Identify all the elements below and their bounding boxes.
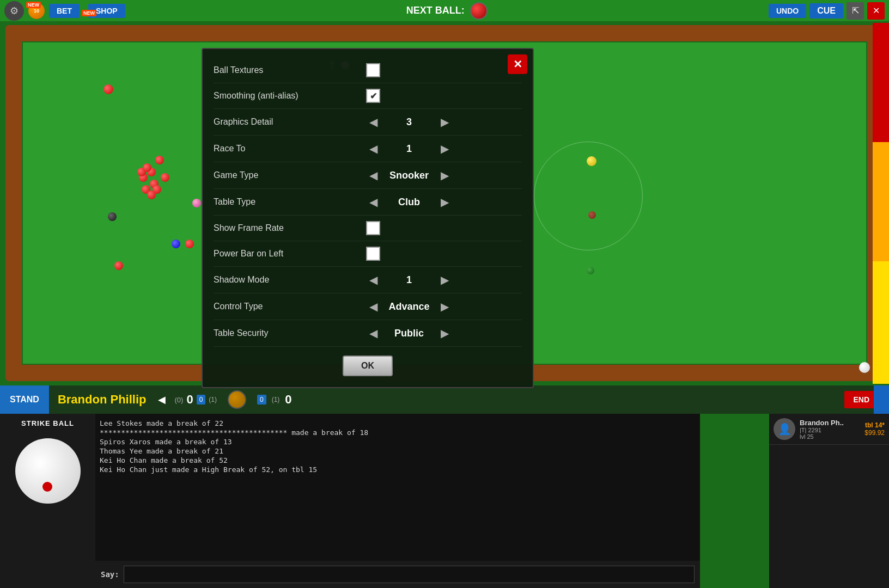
chat-msg-4: Thomas Yee made a break of 21 (100, 447, 696, 455)
new-badge-shop: NEW (82, 10, 96, 16)
guide-circle (534, 142, 643, 250)
smoothing-label: Smoothing (anti-alias) (214, 91, 366, 101)
setting-row-smoothing: Smoothing (anti-alias) (214, 83, 522, 109)
stand-button[interactable]: STAND (0, 385, 49, 414)
score-left-section: (0) 0 0 (1) (169, 393, 222, 407)
power-bar-checkbox[interactable] (366, 247, 380, 261)
score-right: 0 (285, 393, 291, 407)
control-type-control: ◀ Advance ▶ (366, 299, 452, 314)
chat-msg-6: Kei Ho Chan just made a High Break of 52… (100, 465, 696, 474)
avatar: 👤 (774, 418, 795, 440)
ball-blue (172, 240, 180, 248)
player-card-level: lvl 25 (800, 433, 860, 440)
ball-red-11 (155, 156, 164, 164)
table-security-control: ◀ Public ▶ (366, 326, 452, 341)
center-ball-icon (228, 390, 246, 409)
table-type-left[interactable]: ◀ (366, 194, 381, 210)
score-left: 0 (186, 393, 193, 407)
race-to-value: 1 (387, 143, 431, 155)
ball-pink (192, 199, 201, 207)
strike-ball-label: STRIKE BALL (21, 419, 74, 427)
power-bar-control (366, 247, 380, 261)
bet-area: 10 NEW (28, 3, 45, 19)
new-badge-bet: NEW (26, 2, 41, 8)
money-badge: $99.92 (864, 429, 885, 437)
show-frame-rate-checkbox[interactable] (366, 221, 380, 235)
end-button[interactable]: END (844, 391, 878, 408)
chat-msg-1: Lee Stokes made a break of 22 (100, 419, 696, 427)
table-security-right[interactable]: ▶ (437, 326, 452, 341)
smoothing-checkbox[interactable] (366, 89, 380, 103)
top-bar: ⚙ 10 NEW BET NEW SHOP NEXT BALL: UNDO CU… (0, 0, 889, 23)
cue-button[interactable]: CUE (809, 3, 843, 19)
smoothing-control (366, 89, 380, 103)
shadow-mode-right[interactable]: ▶ (437, 272, 452, 287)
cue-ball-dot (42, 482, 52, 492)
player-card-tier: |T| 2291 (800, 427, 860, 433)
game-type-right[interactable]: ▶ (437, 168, 452, 183)
chat-msg-2: ****************************************… (100, 428, 696, 437)
game-bar: STAND Brandon Phillip ◀ (0) 0 0 (1) 0 (1… (0, 385, 889, 414)
setting-row-control-type: Control Type ◀ Advance ▶ (214, 293, 522, 320)
setting-row-table-type: Table Type ◀ Club ▶ (214, 189, 522, 216)
control-type-label: Control Type (214, 302, 366, 311)
cue-ball-display (15, 438, 81, 504)
player-card: 👤 Brandon Ph.. |T| 2291 lvl 25 tbl 14* $… (769, 414, 889, 445)
dialog-close-button[interactable]: ✕ (508, 54, 527, 74)
table-security-left[interactable]: ◀ (366, 326, 381, 341)
top-bar-right: UNDO CUE ⇱ ✕ (769, 2, 885, 20)
race-to-label: Race To (214, 144, 366, 154)
badge-label-left: (1) (209, 396, 217, 403)
control-type-right[interactable]: ▶ (437, 299, 452, 314)
power-color-bar (873, 23, 889, 384)
game-type-left[interactable]: ◀ (366, 168, 381, 183)
graphics-detail-right[interactable]: ▶ (437, 114, 452, 130)
ball-red-13 (114, 261, 123, 270)
right-panel: 👤 Brandon Ph.. |T| 2291 lvl 25 tbl 14* $… (769, 414, 889, 588)
setting-row-ball-textures: Ball Textures (214, 58, 522, 83)
player-info: Brandon Ph.. |T| 2291 lvl 25 (800, 419, 860, 440)
race-to-right[interactable]: ▶ (437, 141, 452, 156)
undo-button[interactable]: UNDO (769, 4, 806, 18)
table-type-right[interactable]: ▶ (437, 194, 452, 210)
control-type-left[interactable]: ◀ (366, 299, 381, 314)
white-ball-indicator (859, 362, 870, 373)
shadow-mode-left[interactable]: ◀ (366, 272, 381, 287)
badge-label-right: (1) (270, 396, 282, 403)
ball-red-1 (103, 84, 113, 94)
close-window-button[interactable]: ✕ (867, 2, 885, 20)
ok-button[interactable]: OK (343, 356, 393, 376)
chat-msg-5: Kei Ho Chan made a break of 52 (100, 456, 696, 464)
setting-row-graphics-detail: Graphics Detail ◀ 3 ▶ (214, 109, 522, 136)
chat-input-row: Say: (95, 561, 700, 588)
race-to-control: ◀ 1 ▶ (366, 141, 452, 156)
shadow-mode-control: ◀ 1 ▶ (366, 272, 452, 287)
table-security-value: Public (387, 328, 431, 339)
game-type-control: ◀ Snooker ▶ (366, 168, 452, 183)
ball-green (587, 267, 594, 274)
settings-dialog: ✕ Ball Textures Smoothing (anti-alias) G… (202, 48, 534, 388)
race-to-left[interactable]: ◀ (366, 141, 381, 156)
bet-button[interactable]: BET (49, 4, 80, 18)
graphics-detail-control: ◀ 3 ▶ (366, 114, 452, 130)
graphics-detail-left[interactable]: ◀ (366, 114, 381, 130)
setting-row-power-bar: Power Bar on Left (214, 241, 522, 267)
ball-textures-label: Ball Textures (214, 65, 366, 75)
setting-row-shadow-mode: Shadow Mode ◀ 1 ▶ (214, 267, 522, 293)
ball-red-4 (161, 173, 169, 182)
ball-textures-checkbox[interactable] (366, 63, 380, 77)
player-card-badges: tbl 14* $99.92 (864, 421, 885, 437)
setting-row-table-security: Table Security ◀ Public ▶ (214, 320, 522, 347)
show-frame-rate-label: Show Frame Rate (214, 223, 366, 233)
table-security-label: Table Security (214, 328, 366, 338)
chat-input[interactable] (124, 566, 695, 583)
setting-row-show-frame-rate: Show Frame Rate (214, 216, 522, 241)
shadow-mode-label: Shadow Mode (214, 275, 366, 285)
left-arrow[interactable]: ◀ (155, 394, 169, 406)
control-type-value: Advance (387, 301, 431, 313)
badge-right: 0 (257, 395, 266, 405)
say-label: Say: (101, 570, 119, 579)
graphics-detail-label: Graphics Detail (214, 117, 366, 127)
gear-button[interactable]: ⚙ (4, 1, 24, 21)
expand-button[interactable]: ⇱ (847, 2, 864, 20)
